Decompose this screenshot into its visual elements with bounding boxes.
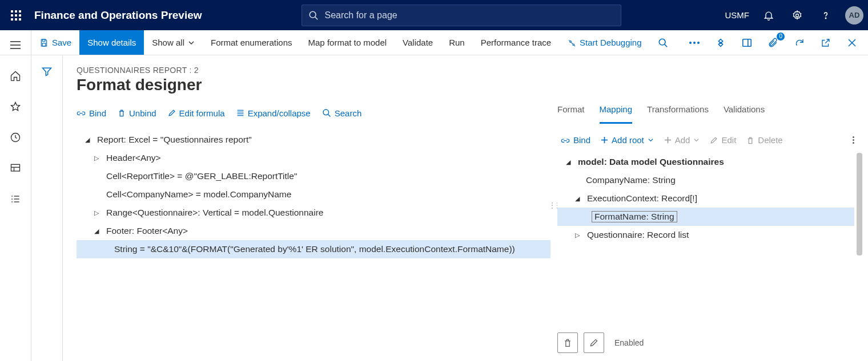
breadcrumb: QUESTIONNAIRES REPORT : 2 <box>77 66 854 75</box>
clock-icon[interactable] <box>6 128 25 147</box>
overflow-icon[interactable] <box>853 135 854 145</box>
show-all-button[interactable]: Show all <box>144 30 203 55</box>
tree-node[interactable]: ▷Header<Any> <box>77 149 550 167</box>
filter-column <box>31 55 63 361</box>
edit-icon-button[interactable] <box>584 332 604 353</box>
show-details-label: Show details <box>87 38 136 47</box>
global-search-input[interactable] <box>302 5 621 26</box>
attachment-icon[interactable]: 0 <box>764 34 782 52</box>
help-icon[interactable] <box>817 6 835 25</box>
bind-button[interactable]: Bind <box>77 108 106 118</box>
validate-button[interactable]: Validate <box>395 30 441 55</box>
svg-rect-2 <box>19 10 21 13</box>
tree-node[interactable]: ◢Footer: Footer<Any> <box>77 222 550 240</box>
svg-rect-27 <box>42 43 45 46</box>
svg-point-12 <box>825 18 826 18</box>
close-icon[interactable] <box>843 34 861 52</box>
scrollbar[interactable] <box>857 153 862 255</box>
tree-search-button[interactable]: Search <box>322 108 362 118</box>
svg-point-11 <box>795 14 798 17</box>
tree-node[interactable]: CompanyName: String <box>557 171 854 189</box>
app-title: Finance and Operations Preview <box>34 9 202 22</box>
search-icon <box>308 10 319 21</box>
gear-icon[interactable] <box>788 6 806 25</box>
tree-node[interactable]: ◢Report: Excel = "Questionnaires report" <box>77 131 550 149</box>
home-icon[interactable] <box>6 67 25 85</box>
legal-entity[interactable]: USMF <box>725 10 749 20</box>
modules-icon[interactable] <box>6 190 25 208</box>
splitter-handle[interactable]: ⋮⋮ <box>550 104 557 361</box>
run-button[interactable]: Run <box>441 30 473 55</box>
avatar[interactable]: AD <box>845 6 863 25</box>
mapping-bind-button[interactable]: Bind <box>561 135 590 145</box>
attachment-badge: 0 <box>777 33 785 40</box>
more-icon[interactable] <box>685 34 704 52</box>
perf-trace-button[interactable]: Performance trace <box>473 30 559 55</box>
expand-button[interactable]: Expand/collapse <box>236 108 311 118</box>
star-icon[interactable] <box>6 98 25 116</box>
svg-rect-8 <box>19 18 21 21</box>
svg-rect-0 <box>11 10 13 13</box>
mapping-tree: ◢model: Data model Questionnaires Compan… <box>557 153 854 244</box>
save-label: Save <box>52 38 71 47</box>
tree-node[interactable]: Cell<CompanyName> = model.CompanyName <box>77 185 550 204</box>
filter-icon[interactable] <box>41 66 53 361</box>
workspace-icon[interactable] <box>6 159 25 177</box>
tab-format[interactable]: Format <box>557 104 585 124</box>
svg-rect-26 <box>42 39 45 41</box>
tree-node[interactable]: ◢ExecutionContext: Record[!] <box>557 189 854 208</box>
svg-rect-17 <box>11 164 20 171</box>
tab-transformations[interactable]: Transformations <box>647 104 709 124</box>
svg-line-10 <box>315 17 317 19</box>
svg-point-9 <box>310 11 316 18</box>
add-root-button[interactable]: Add root <box>601 135 654 145</box>
edit-button: Edit <box>710 135 736 145</box>
enabled-label: Enabled <box>614 338 644 347</box>
svg-rect-1 <box>15 10 17 13</box>
tree-node[interactable]: ▷Range<Questionnaire>: Vertical = model.… <box>77 204 550 222</box>
right-tabs: Format Mapping Transformations Validatio… <box>557 104 854 124</box>
refresh-icon[interactable] <box>790 34 809 52</box>
bottom-actions: Enabled <box>557 327 854 361</box>
tab-mapping[interactable]: Mapping <box>600 104 633 124</box>
tree-node[interactable]: Cell<ReportTitle> = @"GER_LABEL:ReportTi… <box>77 167 550 185</box>
format-tree: ◢Report: Excel = "Questionnaires report"… <box>77 131 550 258</box>
tree-node-selected[interactable]: String = "&C&10"&(FORMAT("Generated by'%… <box>77 240 550 258</box>
popout-icon[interactable] <box>817 34 835 52</box>
show-details-button[interactable]: Show details <box>79 30 144 55</box>
app-launcher-icon[interactable] <box>5 4 27 27</box>
format-toolbar: Bind Unbind Edit formula Expand/collapse… <box>77 104 550 121</box>
delete-icon-button[interactable] <box>557 332 578 353</box>
format-enum-button[interactable]: Format enumerations <box>203 30 300 55</box>
tree-node[interactable]: ◢model: Data model Questionnaires <box>557 153 854 171</box>
svg-point-30 <box>659 39 665 45</box>
tab-validations[interactable]: Validations <box>724 104 765 124</box>
bell-icon[interactable] <box>760 6 778 25</box>
svg-rect-5 <box>19 14 21 17</box>
command-bar: Save Show details Show all Format enumer… <box>0 30 868 55</box>
tree-node-selected[interactable]: FormatName: String <box>557 208 854 226</box>
map-format-button[interactable]: Map format to model <box>300 30 395 55</box>
add-button: Add <box>664 135 700 145</box>
show-all-label: Show all <box>152 38 184 47</box>
svg-rect-7 <box>15 18 17 21</box>
svg-point-29 <box>573 44 574 46</box>
save-button[interactable]: Save <box>31 30 79 55</box>
pane-icon[interactable] <box>738 34 756 52</box>
svg-rect-4 <box>15 14 17 17</box>
svg-rect-3 <box>11 14 13 17</box>
titlebar: Finance and Operations Preview USMF AD <box>0 0 868 30</box>
diamond-icon[interactable] <box>712 34 730 52</box>
svg-rect-6 <box>11 18 13 21</box>
cmd-search-icon[interactable] <box>650 30 676 55</box>
mapping-toolbar: Bind Add root Add Edit Delete <box>557 135 854 145</box>
svg-point-28 <box>570 40 572 42</box>
edit-formula-button[interactable]: Edit formula <box>168 108 225 118</box>
unbind-button[interactable]: Unbind <box>118 108 156 118</box>
start-debug-button[interactable]: Start Debugging <box>559 30 649 55</box>
svg-line-31 <box>664 44 666 46</box>
delete-button: Delete <box>746 135 782 145</box>
tree-node[interactable]: ▷Questionnaire: Record list <box>557 226 854 244</box>
left-nav-rail <box>0 30 31 361</box>
svg-point-40 <box>323 109 329 115</box>
